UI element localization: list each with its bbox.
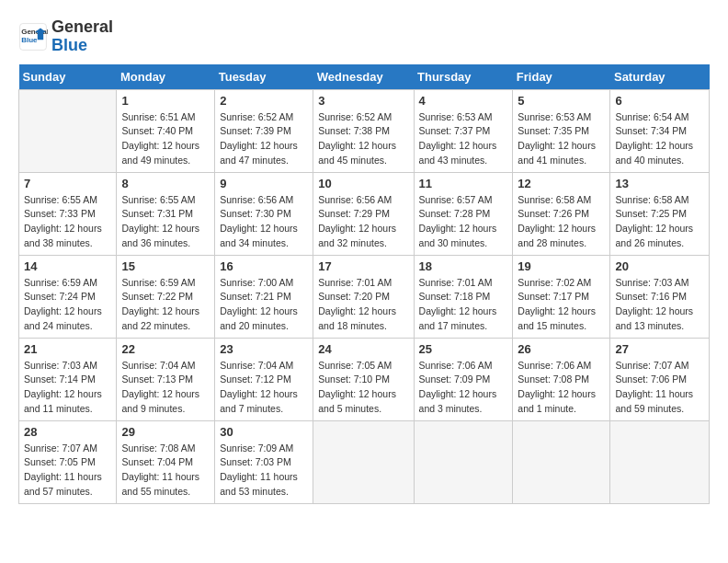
day-number: 25 xyxy=(419,342,508,356)
calendar-cell: 15Sunrise: 6:59 AMSunset: 7:22 PMDayligh… xyxy=(117,255,215,338)
day-number: 12 xyxy=(518,177,605,190)
calendar-cell: 14Sunrise: 6:59 AMSunset: 7:24 PMDayligh… xyxy=(19,255,117,338)
week-row-4: 21Sunrise: 7:03 AMSunset: 7:14 PMDayligh… xyxy=(19,338,710,420)
day-number: 18 xyxy=(419,259,508,273)
logo: General Blue GeneralBlue xyxy=(18,18,113,55)
calendar-cell: 25Sunrise: 7:06 AMSunset: 7:09 PMDayligh… xyxy=(414,338,513,420)
day-number: 1 xyxy=(121,94,210,108)
weekday-wednesday: Wednesday xyxy=(313,64,414,90)
calendar-cell: 3Sunrise: 6:52 AMSunset: 7:38 PMDaylight… xyxy=(313,89,414,172)
day-info: Sunrise: 7:06 AMSunset: 7:09 PMDaylight:… xyxy=(419,359,508,417)
day-info: Sunrise: 7:03 AMSunset: 7:14 PMDaylight:… xyxy=(24,359,111,417)
day-info: Sunrise: 7:07 AMSunset: 7:06 PMDaylight:… xyxy=(615,359,704,417)
page-header: General Blue GeneralBlue xyxy=(18,18,710,55)
week-row-1: 1Sunrise: 6:51 AMSunset: 7:40 PMDaylight… xyxy=(19,89,710,172)
calendar-table: SundayMondayTuesdayWednesdayThursdayFrid… xyxy=(18,64,710,504)
week-row-5: 28Sunrise: 7:07 AMSunset: 7:05 PMDayligh… xyxy=(19,420,710,503)
calendar-body: 1Sunrise: 6:51 AMSunset: 7:40 PMDaylight… xyxy=(19,89,710,503)
day-info: Sunrise: 7:00 AMSunset: 7:21 PMDaylight:… xyxy=(220,276,308,334)
day-number: 22 xyxy=(121,342,210,356)
day-info: Sunrise: 7:06 AMSunset: 7:08 PMDaylight:… xyxy=(518,359,605,417)
calendar-cell: 6Sunrise: 6:54 AMSunset: 7:34 PMDaylight… xyxy=(610,89,710,172)
day-info: Sunrise: 7:02 AMSunset: 7:17 PMDaylight:… xyxy=(518,276,605,334)
day-number: 23 xyxy=(220,342,308,356)
day-number: 16 xyxy=(220,259,308,273)
day-number: 30 xyxy=(220,425,308,439)
day-number: 6 xyxy=(615,94,704,108)
svg-text:Blue: Blue xyxy=(21,36,38,44)
day-number: 4 xyxy=(419,94,508,108)
calendar-cell: 1Sunrise: 6:51 AMSunset: 7:40 PMDaylight… xyxy=(117,89,215,172)
day-number: 13 xyxy=(615,177,704,190)
weekday-tuesday: Tuesday xyxy=(215,64,313,90)
day-info: Sunrise: 6:55 AMSunset: 7:31 PMDaylight:… xyxy=(121,193,210,251)
calendar-cell xyxy=(19,89,117,172)
day-number: 14 xyxy=(24,259,111,273)
calendar-cell: 8Sunrise: 6:55 AMSunset: 7:31 PMDaylight… xyxy=(117,172,215,255)
calendar-cell xyxy=(313,420,414,503)
day-number: 28 xyxy=(24,425,111,439)
day-number: 26 xyxy=(518,342,605,356)
day-info: Sunrise: 6:58 AMSunset: 7:25 PMDaylight:… xyxy=(615,193,704,251)
day-number: 17 xyxy=(318,259,408,273)
weekday-sunday: Sunday xyxy=(19,64,117,90)
calendar-cell: 13Sunrise: 6:58 AMSunset: 7:25 PMDayligh… xyxy=(610,172,710,255)
logo-icon: General Blue xyxy=(18,22,48,52)
calendar-cell: 29Sunrise: 7:08 AMSunset: 7:04 PMDayligh… xyxy=(117,420,215,503)
calendar-cell: 16Sunrise: 7:00 AMSunset: 7:21 PMDayligh… xyxy=(215,255,313,338)
day-number: 20 xyxy=(615,259,704,273)
calendar-cell: 18Sunrise: 7:01 AMSunset: 7:18 PMDayligh… xyxy=(414,255,513,338)
day-info: Sunrise: 7:05 AMSunset: 7:10 PMDaylight:… xyxy=(318,359,408,417)
day-number: 11 xyxy=(419,177,508,190)
day-info: Sunrise: 7:09 AMSunset: 7:03 PMDaylight:… xyxy=(220,442,308,500)
day-info: Sunrise: 6:52 AMSunset: 7:38 PMDaylight:… xyxy=(318,110,408,168)
day-number: 27 xyxy=(615,342,704,356)
day-info: Sunrise: 6:57 AMSunset: 7:28 PMDaylight:… xyxy=(419,193,508,251)
day-number: 15 xyxy=(121,259,210,273)
calendar-cell: 12Sunrise: 6:58 AMSunset: 7:26 PMDayligh… xyxy=(513,172,610,255)
day-info: Sunrise: 7:04 AMSunset: 7:13 PMDaylight:… xyxy=(121,359,210,417)
calendar-header: SundayMondayTuesdayWednesdayThursdayFrid… xyxy=(19,64,710,90)
day-info: Sunrise: 7:07 AMSunset: 7:05 PMDaylight:… xyxy=(24,442,111,500)
day-info: Sunrise: 6:54 AMSunset: 7:34 PMDaylight:… xyxy=(615,110,704,168)
day-number: 8 xyxy=(121,177,210,190)
day-info: Sunrise: 7:08 AMSunset: 7:04 PMDaylight:… xyxy=(121,442,210,500)
day-info: Sunrise: 7:04 AMSunset: 7:12 PMDaylight:… xyxy=(220,359,308,417)
day-number: 2 xyxy=(220,94,308,108)
day-info: Sunrise: 6:56 AMSunset: 7:29 PMDaylight:… xyxy=(318,193,408,251)
weekday-monday: Monday xyxy=(117,64,215,90)
calendar-cell: 19Sunrise: 7:02 AMSunset: 7:17 PMDayligh… xyxy=(513,255,610,338)
day-info: Sunrise: 6:56 AMSunset: 7:30 PMDaylight:… xyxy=(220,193,308,251)
calendar-cell: 22Sunrise: 7:04 AMSunset: 7:13 PMDayligh… xyxy=(117,338,215,420)
week-row-3: 14Sunrise: 6:59 AMSunset: 7:24 PMDayligh… xyxy=(19,255,710,338)
day-number: 29 xyxy=(121,425,210,439)
calendar-cell: 27Sunrise: 7:07 AMSunset: 7:06 PMDayligh… xyxy=(610,338,710,420)
day-info: Sunrise: 7:01 AMSunset: 7:18 PMDaylight:… xyxy=(419,276,508,334)
logo-text: GeneralBlue xyxy=(51,18,113,55)
calendar-cell: 4Sunrise: 6:53 AMSunset: 7:37 PMDaylight… xyxy=(414,89,513,172)
day-info: Sunrise: 6:53 AMSunset: 7:37 PMDaylight:… xyxy=(419,110,508,168)
calendar-cell: 7Sunrise: 6:55 AMSunset: 7:33 PMDaylight… xyxy=(19,172,117,255)
calendar-cell: 23Sunrise: 7:04 AMSunset: 7:12 PMDayligh… xyxy=(215,338,313,420)
calendar-cell: 20Sunrise: 7:03 AMSunset: 7:16 PMDayligh… xyxy=(610,255,710,338)
day-info: Sunrise: 6:55 AMSunset: 7:33 PMDaylight:… xyxy=(24,193,111,251)
week-row-2: 7Sunrise: 6:55 AMSunset: 7:33 PMDaylight… xyxy=(19,172,710,255)
day-info: Sunrise: 7:01 AMSunset: 7:20 PMDaylight:… xyxy=(318,276,408,334)
calendar-cell: 24Sunrise: 7:05 AMSunset: 7:10 PMDayligh… xyxy=(313,338,414,420)
calendar-cell: 28Sunrise: 7:07 AMSunset: 7:05 PMDayligh… xyxy=(19,420,117,503)
day-number: 21 xyxy=(24,342,111,356)
day-number: 10 xyxy=(318,177,408,190)
calendar-cell: 30Sunrise: 7:09 AMSunset: 7:03 PMDayligh… xyxy=(215,420,313,503)
calendar-cell: 10Sunrise: 6:56 AMSunset: 7:29 PMDayligh… xyxy=(313,172,414,255)
weekday-friday: Friday xyxy=(513,64,610,90)
day-number: 3 xyxy=(318,94,408,108)
day-info: Sunrise: 6:52 AMSunset: 7:39 PMDaylight:… xyxy=(220,110,308,168)
calendar-cell: 5Sunrise: 6:53 AMSunset: 7:35 PMDaylight… xyxy=(513,89,610,172)
weekday-thursday: Thursday xyxy=(414,64,513,90)
calendar-cell: 11Sunrise: 6:57 AMSunset: 7:28 PMDayligh… xyxy=(414,172,513,255)
day-info: Sunrise: 6:59 AMSunset: 7:22 PMDaylight:… xyxy=(121,276,210,334)
day-info: Sunrise: 6:58 AMSunset: 7:26 PMDaylight:… xyxy=(518,193,605,251)
day-number: 9 xyxy=(220,177,308,190)
calendar-cell xyxy=(513,420,610,503)
day-info: Sunrise: 6:53 AMSunset: 7:35 PMDaylight:… xyxy=(518,110,605,168)
